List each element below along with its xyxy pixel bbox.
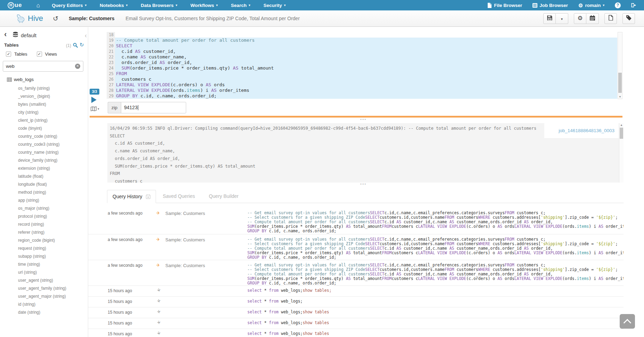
column-item[interactable]: user_agent_family (string) — [18, 284, 66, 292]
editor-line[interactable]: 23 ords.order_id AS order_id, — [107, 60, 617, 65]
column-item[interactable]: url (string) — [18, 268, 66, 276]
column-item[interactable]: os_major (string) — [18, 204, 66, 212]
views-checkbox[interactable]: ✓ — [37, 51, 42, 57]
execute-button[interactable] — [91, 97, 97, 103]
save-menu-button[interactable]: ▾ — [556, 13, 568, 24]
column-item[interactable]: app (string) — [18, 196, 66, 204]
history-row[interactable]: 15 hours ago✈select * from web_logs;show… — [88, 318, 624, 329]
column-item[interactable]: protocol (string) — [18, 212, 66, 220]
search-icon[interactable] — [73, 43, 78, 49]
nav-item-file-browser[interactable]: File Browser — [487, 3, 522, 8]
tab-query-builder[interactable]: Query Builder — [202, 190, 246, 203]
nav-item-job-browser[interactable]: Job Browser — [532, 3, 568, 8]
schedule-button[interactable] — [586, 13, 599, 24]
history-query-name — [165, 310, 247, 318]
column-item[interactable]: code (tinyint) — [18, 125, 66, 133]
history-row[interactable]: 15 hours ago✈select * from web_logs;show… — [88, 329, 624, 337]
column-item[interactable]: latitude (float) — [18, 172, 66, 180]
sql-editor[interactable]: 1819-- Compute total amount per order fo… — [107, 32, 617, 99]
column-item[interactable]: record (string) — [18, 220, 66, 228]
app-name[interactable]: Hive — [28, 14, 43, 23]
editor-line[interactable]: 24 SUM(order_items.price * order_items.q… — [107, 65, 617, 71]
nav-item-sign-out[interactable] — [631, 3, 636, 8]
column-item[interactable]: request (string) — [18, 244, 66, 252]
column-item[interactable]: time (string) — [18, 260, 66, 268]
column-item[interactable]: region_code (bigint) — [18, 236, 66, 244]
editor-line[interactable]: 18 — [107, 32, 617, 38]
column-item[interactable]: extension (string) — [18, 165, 66, 172]
query-history-icon[interactable]: ↺ — [53, 15, 58, 23]
tab-query-history[interactable]: Query History — [107, 190, 156, 203]
home-icon[interactable]: ⌂ — [36, 2, 40, 8]
nav-item-notebooks[interactable]: Notebooks▾ — [100, 3, 127, 8]
column-item[interactable]: longitude (float) — [18, 180, 66, 188]
history-row[interactable]: 15 hours ago✈select * from web_logs;show… — [88, 286, 624, 297]
editor-line[interactable]: 21 c.id AS customer_id, — [107, 49, 617, 54]
new-document-button[interactable] — [604, 13, 617, 24]
editor-line[interactable]: 29GROUP BY c.id, c.name, ords.order_id; — [107, 93, 617, 99]
nav-item-query-editors[interactable]: Query Editors▾ — [52, 3, 86, 8]
column-item[interactable]: subapp (string) — [18, 252, 66, 260]
column-item[interactable]: device_family (string) — [18, 157, 66, 165]
variable-zip-input[interactable]: 94123 — [121, 102, 186, 113]
scroll-to-top-button[interactable] — [620, 314, 635, 329]
column-item[interactable]: bytes (smallint) — [18, 101, 66, 109]
history-row[interactable]: a few seconds ago✈Sample: Customers-- Ge… — [88, 234, 624, 260]
table-item-web-logs[interactable]: web_logs — [7, 77, 34, 82]
column-item[interactable]: os_family (string) — [18, 85, 66, 93]
column-item[interactable]: client_ip (string) — [18, 117, 66, 125]
editor-line[interactable]: 22 c.name AS customer_name, — [107, 54, 617, 60]
resize-handle-logs[interactable]: ●●● — [353, 118, 374, 120]
scroll-down-icon[interactable]: ▼ — [618, 95, 622, 98]
tables-checkbox[interactable]: ✓ — [6, 51, 11, 57]
column-item[interactable]: referer (string) — [18, 228, 66, 236]
editor-line[interactable]: 26 customers c — [107, 77, 617, 82]
column-item[interactable]: _version_ (bigint) — [18, 93, 66, 101]
column-item[interactable]: method (string) — [18, 188, 66, 196]
editor-line[interactable]: 20SELECT — [107, 43, 617, 49]
column-item[interactable]: city (string) — [18, 109, 66, 117]
save-button[interactable] — [543, 13, 556, 24]
column-item[interactable]: country_code (string) — [18, 133, 66, 141]
collapse-panel-icon[interactable]: ‹ — [85, 32, 87, 39]
tags-button[interactable] — [622, 13, 635, 24]
resize-handle-history[interactable]: ●●● — [353, 183, 374, 185]
column-item[interactable]: country_name (string) — [18, 149, 66, 157]
log-scrollbar[interactable]: ▲ — [619, 123, 624, 183]
scroll-up-icon[interactable]: ▲ — [619, 123, 624, 127]
history-row[interactable]: a few seconds ago✈Sample: Customers-- Ge… — [88, 203, 624, 234]
editor-line[interactable]: 19-- Compute total amount per order for … — [107, 38, 617, 43]
editor-line[interactable]: 27LATERAL VIEW EXPLODE(c.orders) o AS or… — [107, 82, 617, 88]
nav-item-workflows[interactable]: Workflows▾ — [190, 3, 218, 8]
history-row[interactable]: 15 hours ago✈select * from web_logs; — [88, 297, 624, 307]
column-item[interactable]: date (string) — [18, 308, 66, 316]
back-icon[interactable]: ‹ — [4, 31, 7, 38]
scrollbar-thumb[interactable] — [618, 73, 622, 93]
tab-saved-queries[interactable]: Saved Queries — [156, 190, 202, 203]
nav-item-data-browsers[interactable]: Data Browsers▾ — [141, 3, 177, 8]
nav-item-help[interactable]: ? — [615, 2, 621, 8]
scrollbar-thumb[interactable] — [620, 128, 623, 139]
query-sample-label[interactable]: Sample: Customers — [69, 16, 114, 21]
settings-button[interactable]: ⚙ — [574, 13, 586, 24]
column-item[interactable]: country_code3 (string) — [18, 141, 66, 149]
refresh-icon[interactable]: ↻ — [80, 42, 84, 48]
calendar-x-icon[interactable] — [146, 194, 150, 199]
editor-line[interactable]: 25FROM — [107, 71, 617, 77]
history-row[interactable]: 15 hours ago✈select * from web_logs;show… — [88, 307, 624, 318]
clear-search-icon[interactable]: ✕ — [75, 64, 80, 69]
database-name[interactable]: default — [21, 32, 36, 38]
nav-item-security[interactable]: Security▾ — [263, 3, 286, 8]
table-search-input[interactable] — [3, 64, 75, 69]
history-row[interactable]: a few seconds ago✈Sample: Customers-- Ge… — [88, 260, 624, 286]
editor-scrollbar[interactable]: ▼ — [618, 32, 622, 99]
nav-item-user-menu[interactable]: ⚙romain▾ — [578, 3, 604, 8]
editor-line[interactable]: 28LATERAL VIEW EXPLODE(ords.items) i AS … — [107, 88, 617, 93]
hue-logo[interactable]: Hue — [8, 2, 22, 9]
column-item[interactable]: user_agent (string) — [18, 276, 66, 284]
nav-item-search[interactable]: Search▾ — [231, 3, 250, 8]
column-item[interactable]: id (string) — [18, 300, 66, 308]
column-item[interactable]: user_agent_major (string) — [18, 292, 66, 300]
variables-icon[interactable]: ▾ — [91, 106, 99, 111]
job-link[interactable]: job_1461888648136_0003 — [559, 128, 614, 133]
